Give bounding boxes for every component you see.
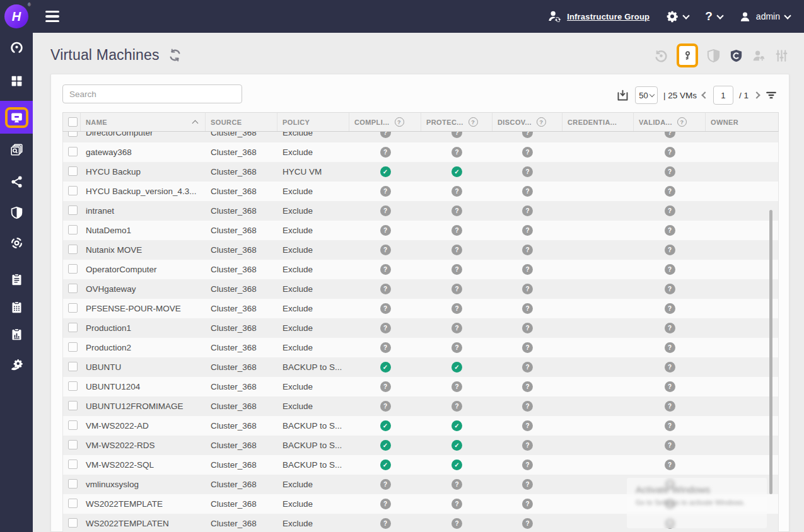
- table-row[interactable]: Production1Cluster_368Exclude????: [63, 318, 778, 338]
- sidebar-item-events[interactable]: [0, 293, 33, 321]
- protection-shield-button[interactable]: [706, 49, 721, 63]
- select-all-checkbox-cell[interactable]: [63, 113, 81, 131]
- credentials-button[interactable]: [677, 43, 698, 67]
- validation-status-cell: ?: [634, 166, 706, 177]
- table-row[interactable]: gateway368Cluster_368Exclude????: [63, 142, 778, 162]
- column-help-icon[interactable]: ?: [469, 117, 478, 127]
- sidebar-item-shares[interactable]: [0, 168, 33, 195]
- table-row[interactable]: VM-WS2022-SQLCluster_368BACKUP to S...✓✓…: [63, 455, 778, 475]
- menu-toggle-button[interactable]: [45, 11, 59, 23]
- restore-icon: [654, 49, 668, 63]
- row-checkbox[interactable]: [68, 245, 78, 254]
- table-row[interactable]: PFSENSE-POUR-MOVECluster_368Exclude????: [63, 299, 778, 318]
- column-header-protection[interactable]: PROTEC...?: [421, 113, 492, 131]
- row-checkbox[interactable]: [68, 401, 78, 410]
- sidebar-item-dashboard[interactable]: [0, 33, 33, 61]
- refresh-icon[interactable]: [168, 49, 182, 62]
- sidebar-item-applications[interactable]: [0, 67, 33, 95]
- row-checkbox[interactable]: [68, 342, 78, 352]
- row-checkbox[interactable]: [68, 440, 78, 449]
- search-input[interactable]: [62, 84, 242, 103]
- apps-grid-icon: [10, 74, 23, 88]
- table-row[interactable]: VM-WS2022-RDSCluster_368BACKUP to S...✓✓…: [63, 436, 778, 455]
- row-checkbox[interactable]: [68, 303, 78, 313]
- status-unknown-icon: ?: [380, 342, 391, 353]
- sidebar-item-protection[interactable]: [0, 199, 33, 226]
- row-checkbox[interactable]: [68, 323, 78, 332]
- sidebar-item-volume-groups[interactable]: [0, 136, 33, 163]
- table-row[interactable]: HYCU BackupCluster_368HYCU VM✓✓??: [63, 162, 778, 182]
- hycu-logo[interactable]: H ®: [0, 0, 33, 33]
- status-unknown-icon: ?: [665, 420, 675, 431]
- column-help-icon[interactable]: ?: [395, 117, 404, 127]
- table-row[interactable]: UBUNTU12FROMIMAGECluster_368Exclude????: [63, 396, 778, 416]
- next-page-icon[interactable]: [753, 91, 760, 98]
- sidebar-item-virtual-machines[interactable]: [0, 101, 33, 134]
- row-checkbox[interactable]: [68, 420, 78, 430]
- table-row[interactable]: Nutanix MOVECluster_368Exclude????: [63, 240, 778, 260]
- sidebar-item-reports[interactable]: [0, 320, 33, 348]
- table-row[interactable]: UBUNTU1204Cluster_368Exclude????: [63, 377, 778, 396]
- status-ok-icon: ✓: [452, 166, 462, 177]
- table-row[interactable]: OperatorComputerCluster_368Exclude????: [63, 260, 778, 279]
- row-checkbox[interactable]: [68, 362, 78, 371]
- row-checkbox[interactable]: [68, 381, 78, 391]
- filter-icon[interactable]: [765, 89, 778, 101]
- restore-button[interactable]: [654, 49, 668, 63]
- column-header-credentials[interactable]: CREDENTIA...: [562, 113, 634, 131]
- select-all-checkbox[interactable]: [68, 117, 78, 127]
- row-checkbox[interactable]: [68, 132, 78, 137]
- table-row[interactable]: VM-WS2022-ADCluster_368BACKUP to S...✓✓?…: [63, 416, 778, 436]
- table-row[interactable]: NutaDemo1Cluster_368Exclude????: [63, 221, 778, 240]
- help-menu[interactable]: ?: [705, 9, 723, 23]
- sidebar-item-policies[interactable]: [0, 265, 33, 293]
- row-checkbox[interactable]: [68, 147, 78, 156]
- row-checkbox[interactable]: [68, 264, 78, 274]
- status-unknown-icon: ?: [380, 147, 391, 158]
- table-row[interactable]: OVHgatewayCluster_368Exclude????: [63, 279, 778, 299]
- row-checkbox[interactable]: [68, 479, 78, 489]
- column-header-name[interactable]: NAME: [81, 113, 206, 131]
- row-checkbox[interactable]: [68, 499, 78, 508]
- table-row[interactable]: UBUNTUCluster_368BACKUP to S...✓✓??: [63, 357, 778, 377]
- column-header-validation[interactable]: VALIDA...?: [634, 113, 706, 131]
- policy-cell: Exclude: [277, 245, 349, 255]
- sidebar-item-administration[interactable]: [0, 350, 33, 378]
- view-settings-button[interactable]: [774, 49, 789, 63]
- status-unknown-icon: ?: [522, 186, 533, 197]
- row-checkbox[interactable]: [68, 166, 78, 176]
- row-checkbox[interactable]: [68, 518, 78, 528]
- column-help-icon[interactable]: ?: [677, 117, 687, 127]
- table-row[interactable]: Production2Cluster_368Exclude????: [63, 338, 778, 357]
- column-help-icon[interactable]: ?: [537, 117, 546, 127]
- table-row[interactable]: DirectorComputerCluster_368Exclude????: [63, 132, 778, 142]
- prev-page-icon[interactable]: [701, 91, 708, 98]
- row-checkbox[interactable]: [68, 225, 78, 234]
- page-size-select[interactable]: 50: [635, 86, 658, 104]
- table-row[interactable]: intranetCluster_368Exclude????: [63, 201, 778, 221]
- protection-status-cell: ✓: [421, 460, 492, 470]
- column-header-discovery[interactable]: DISCOV...?: [492, 113, 562, 131]
- export-icon[interactable]: [616, 89, 629, 102]
- compliance-shield-button[interactable]: [729, 49, 743, 63]
- policy-cell: Exclude: [277, 132, 349, 137]
- navbar-right: Infrastructure Group ? admin: [547, 9, 804, 23]
- column-header-owner[interactable]: OWNER: [706, 113, 778, 131]
- column-header-source[interactable]: SOURCE: [206, 113, 277, 131]
- row-checkbox[interactable]: [68, 186, 78, 195]
- page-number-input[interactable]: [713, 86, 733, 105]
- infrastructure-group-selector[interactable]: Infrastructure Group: [547, 9, 650, 23]
- owner-button[interactable]: [752, 49, 766, 63]
- column-header-policy[interactable]: POLICY: [277, 113, 349, 131]
- user-menu[interactable]: admin: [739, 11, 790, 23]
- discovery-status-cell: ?: [492, 264, 562, 275]
- row-checkbox[interactable]: [68, 460, 78, 469]
- table-row[interactable]: HYCU Backup_version_4.3...Cluster_368Exc…: [63, 182, 778, 201]
- row-checkbox[interactable]: [68, 284, 78, 293]
- column-header-compliance[interactable]: COMPLI...?: [349, 113, 421, 131]
- sidebar-item-recovery[interactable]: [0, 229, 33, 257]
- row-checkbox[interactable]: [68, 205, 78, 215]
- table-body-viewport[interactable]: DirectorComputerCluster_368Exclude????ga…: [62, 132, 779, 532]
- vertical-scrollbar[interactable]: [769, 210, 772, 494]
- settings-menu[interactable]: [666, 10, 689, 23]
